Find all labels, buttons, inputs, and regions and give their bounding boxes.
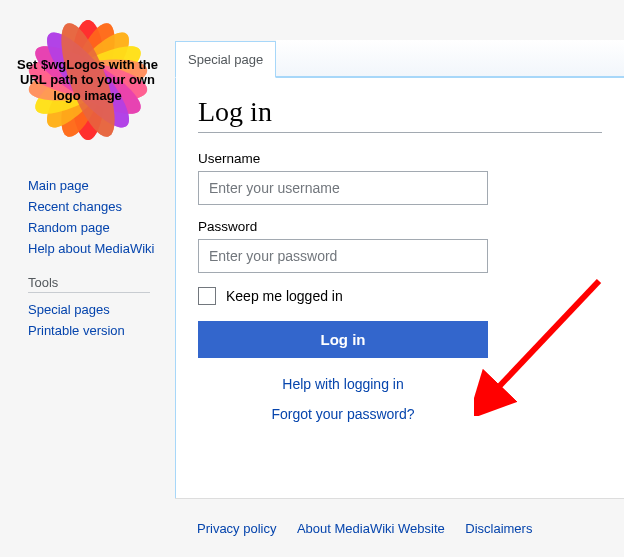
username-label: Username: [198, 151, 602, 166]
footer-privacy-link[interactable]: Privacy policy: [197, 521, 276, 536]
password-field-group: Password: [198, 219, 602, 273]
nav-main-page[interactable]: Main page: [28, 175, 165, 196]
nav-help[interactable]: Help about MediaWiki: [28, 238, 165, 259]
password-label: Password: [198, 219, 602, 234]
nav-random-page[interactable]: Random page: [28, 217, 165, 238]
tabs-fill: [276, 40, 624, 77]
nav-printable-version[interactable]: Printable version: [28, 320, 165, 341]
sidebar: Set $wgLogos with the URL path to your o…: [0, 0, 175, 557]
keep-logged-in-row: Keep me logged in: [198, 287, 602, 305]
username-field-group: Username: [198, 151, 602, 205]
keep-logged-in-label: Keep me logged in: [226, 288, 343, 304]
help-logging-in-link[interactable]: Help with logging in: [198, 376, 488, 392]
logo-placeholder-text: Set $wgLogos with the URL path to your o…: [13, 57, 163, 104]
footer-about-link[interactable]: About MediaWiki Website: [297, 521, 445, 536]
forgot-password-link[interactable]: Forgot your password?: [198, 406, 488, 422]
help-links-group: Help with logging in Forgot your passwor…: [198, 376, 488, 422]
content-area: Special page Log in Username Password Ke…: [175, 0, 624, 557]
tabs-bar: Special page: [175, 40, 624, 78]
nav-recent-changes[interactable]: Recent changes: [28, 196, 165, 217]
keep-logged-in-checkbox[interactable]: [198, 287, 216, 305]
page-title: Log in: [198, 96, 602, 133]
footer-disclaimers-link[interactable]: Disclaimers: [465, 521, 532, 536]
main-content: Log in Username Password Keep me logged …: [175, 78, 624, 498]
nav-main: Main page Recent changes Random page Hel…: [28, 175, 165, 259]
nav-tools: Tools Special pages Printable version: [28, 275, 165, 341]
tab-special-page[interactable]: Special page: [175, 41, 276, 78]
username-input[interactable]: [198, 171, 488, 205]
login-button[interactable]: Log in: [198, 321, 488, 358]
password-input[interactable]: [198, 239, 488, 273]
footer: Privacy policy About MediaWiki Website D…: [175, 498, 624, 557]
site-logo[interactable]: Set $wgLogos with the URL path to your o…: [13, 5, 163, 155]
nav-special-pages[interactable]: Special pages: [28, 299, 165, 320]
tools-heading: Tools: [28, 275, 150, 293]
